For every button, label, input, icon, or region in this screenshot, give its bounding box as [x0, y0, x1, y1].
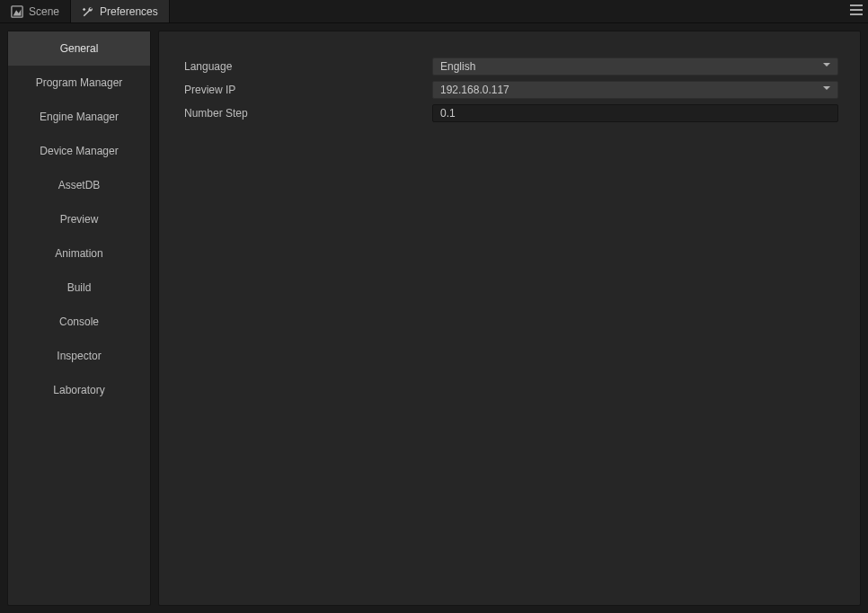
preview-ip-select[interactable]: 192.168.0.117: [432, 81, 838, 99]
panel-body: General Program Manager Engine Manager D…: [0, 23, 868, 613]
sidebar-item-label: General: [60, 42, 99, 55]
number-step-input[interactable]: [432, 104, 838, 122]
label-preview-ip: Preview IP: [181, 84, 432, 96]
preferences-content: Language English Preview IP 192.168.0.11…: [158, 31, 861, 606]
svg-marker-1: [13, 9, 22, 15]
sidebar-item-label: Console: [59, 315, 99, 328]
sidebar-item-label: Build: [67, 281, 92, 294]
wrench-icon: [82, 5, 94, 18]
sidebar-item-label: AssetDB: [58, 179, 101, 191]
language-select[interactable]: English: [432, 58, 838, 76]
svg-rect-2: [850, 4, 863, 6]
preview-ip-select-value: 192.168.0.117: [440, 82, 509, 98]
sidebar-item-assetdb[interactable]: AssetDB: [8, 168, 150, 202]
sidebar-item-preview[interactable]: Preview: [8, 202, 150, 236]
sidebar-item-device-manager[interactable]: Device Manager: [8, 134, 150, 168]
preferences-window: Scene Preferences General Program Manage…: [0, 0, 868, 613]
label-number-step: Number Step: [181, 107, 432, 120]
sidebar-item-program-manager[interactable]: Program Manager: [8, 66, 150, 100]
sidebar-item-animation[interactable]: Animation: [8, 236, 150, 271]
sidebar-item-label: Inspector: [57, 350, 101, 362]
sidebar-item-label: Program Manager: [36, 76, 123, 89]
tab-scene[interactable]: Scene: [0, 0, 71, 22]
sidebar-item-laboratory[interactable]: Laboratory: [8, 373, 150, 407]
sidebar-item-build[interactable]: Build: [8, 271, 150, 305]
sidebar-item-inspector[interactable]: Inspector: [8, 339, 150, 373]
tab-bar: Scene Preferences: [0, 0, 868, 23]
sidebar-item-label: Device Manager: [40, 145, 118, 157]
chevron-down-icon: [821, 58, 832, 75]
label-language: Language: [181, 60, 432, 73]
sidebar-item-label: Preview: [60, 213, 99, 226]
row-preview-ip: Preview IP 192.168.0.117: [181, 80, 838, 100]
svg-rect-3: [850, 9, 863, 11]
scene-icon: [11, 5, 23, 18]
row-number-step: Number Step: [181, 103, 838, 123]
tab-preferences-label: Preferences: [100, 5, 158, 18]
tab-preferences[interactable]: Preferences: [71, 0, 170, 22]
sidebar-item-label: Animation: [55, 247, 102, 260]
sidebar-item-console[interactable]: Console: [8, 305, 150, 339]
sidebar-item-label: Engine Manager: [40, 111, 119, 123]
preferences-sidebar: General Program Manager Engine Manager D…: [7, 31, 151, 606]
panel-menu-button[interactable]: [845, 0, 868, 23]
svg-rect-4: [850, 13, 863, 15]
sidebar-item-engine-manager[interactable]: Engine Manager: [8, 100, 150, 134]
sidebar-item-label: Laboratory: [53, 384, 104, 396]
language-select-value: English: [440, 58, 475, 75]
chevron-down-icon: [821, 82, 832, 98]
sidebar-item-general[interactable]: General: [8, 31, 150, 66]
tab-scene-label: Scene: [29, 5, 59, 18]
hamburger-icon: [850, 4, 863, 18]
row-language: Language English: [181, 57, 838, 76]
